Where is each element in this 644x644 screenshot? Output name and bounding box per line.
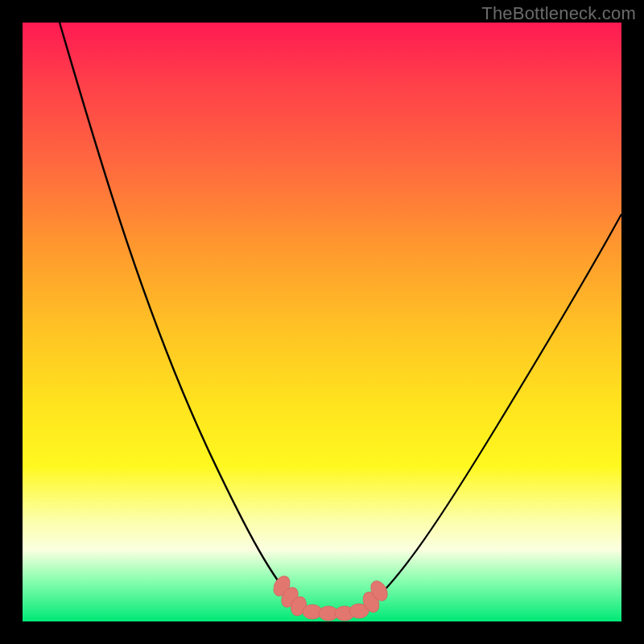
plot-area (23, 23, 621, 621)
chart-frame: TheBottleneck.com (0, 0, 644, 644)
curve-left-branch (60, 23, 296, 604)
watermark-text: TheBottleneck.com (481, 3, 636, 24)
valley-markers (270, 573, 390, 621)
curve-right-branch (370, 214, 621, 604)
chart-svg (23, 23, 621, 621)
